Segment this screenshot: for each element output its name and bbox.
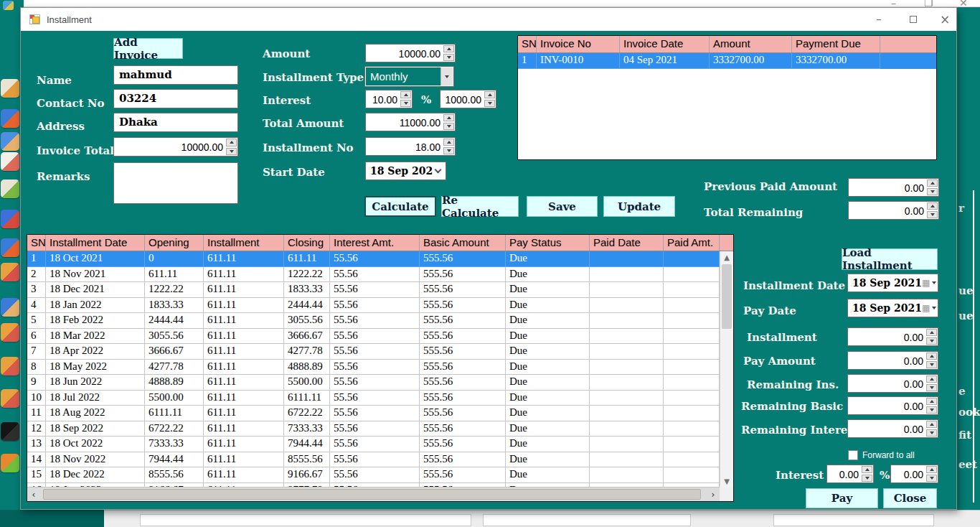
table-row[interactable]: 218 Nov 2021611.11611.111222.2255.56555.… (27, 267, 720, 283)
column-header[interactable]: Paid Amt. (664, 235, 720, 251)
shopping-bags-icon[interactable] (1, 238, 19, 257)
update-button[interactable]: Update (603, 196, 675, 217)
amount-input[interactable]: 10000.00 (365, 44, 456, 62)
spinner-buttons[interactable] (925, 465, 938, 482)
spin-up-icon[interactable] (443, 114, 454, 121)
table-row[interactable]: 718 Apr 20223666.67611.114277.7855.56555… (27, 344, 720, 360)
bag-hand-icon[interactable] (1, 298, 19, 317)
spin-down-icon[interactable] (443, 147, 454, 154)
delivery-truck-icon[interactable] (1, 323, 19, 342)
spin-down-icon[interactable] (443, 123, 454, 130)
contact-no-input[interactable]: 03224 (113, 89, 238, 108)
shopping-bag-icon[interactable] (1, 263, 19, 281)
installment-type-select[interactable]: Monthly (365, 67, 453, 86)
close-button[interactable]: Close (883, 488, 937, 508)
remaining-basic-input[interactable]: 0.00 (847, 396, 938, 415)
column-header[interactable]: SN (518, 36, 537, 52)
delivery-truck-icon[interactable] (1, 389, 19, 408)
spin-up-icon[interactable] (862, 466, 872, 473)
spinner-buttons[interactable] (861, 465, 873, 482)
spin-down-icon[interactable] (926, 429, 937, 437)
table-row[interactable]: 1318 Oct 20227333.33611.117944.4455.5655… (27, 437, 720, 452)
table-row[interactable]: 1INV-001004 Sep 20213332700.003332700.00 (518, 53, 936, 69)
scroll-down-icon[interactable]: ▼ (720, 475, 733, 487)
save-button[interactable]: Save (527, 196, 598, 217)
spin-down-icon[interactable] (400, 100, 411, 107)
spin-down-icon[interactable] (927, 188, 938, 195)
forward-to-all-checkbox[interactable] (848, 450, 858, 460)
spin-up-icon[interactable] (226, 139, 237, 146)
scrollbar-thumb[interactable] (722, 264, 732, 329)
scrollbar-thumb[interactable] (43, 489, 701, 500)
column-header[interactable]: Installment Date (46, 235, 145, 251)
spinner-buttons[interactable] (926, 202, 938, 219)
titlebar[interactable]: Installment – × (21, 8, 956, 31)
minimize-icon[interactable]: – (867, 11, 890, 27)
spinner-buttons[interactable] (443, 113, 455, 131)
scroll-right-icon[interactable]: › (707, 488, 720, 501)
table-row[interactable]: 1018 Jul 20225500.00611.116111.1155.5655… (27, 391, 720, 406)
pay-interest-amount-input[interactable]: 0.00 (890, 465, 938, 483)
table-row[interactable]: 318 Dec 20211222.22611.111833.3355.56555… (27, 282, 720, 298)
table-row[interactable]: 918 Jun 20224888.89611.115500.0055.56555… (27, 375, 720, 391)
table-row[interactable]: 1518 Dec 20228555.56611.119166.6755.5655… (27, 467, 720, 483)
table-row[interactable]: 518 Feb 20222444.44611.113055.5655.56555… (27, 313, 720, 329)
column-header[interactable]: Interest Amt. (330, 235, 420, 251)
chevron-down-icon[interactable] (440, 67, 453, 85)
shopping-bags-icon[interactable] (1, 109, 19, 128)
invoice-total-input[interactable]: 10000.00 (113, 137, 238, 157)
spinner-buttons[interactable] (443, 45, 455, 62)
interest-amount-input[interactable]: 1000.00 (440, 90, 496, 108)
spin-up-icon[interactable] (400, 91, 411, 98)
spin-down-icon[interactable] (443, 54, 454, 61)
database-icon[interactable] (1, 422, 19, 441)
spin-down-icon[interactable] (926, 361, 937, 368)
installment-input[interactable]: 0.00 (847, 327, 938, 346)
total-amount-input[interactable]: 11000.00 (365, 113, 456, 131)
spin-up-icon[interactable] (926, 376, 937, 383)
column-header[interactable]: SN (27, 235, 46, 251)
delivery-truck-icon[interactable] (1, 357, 19, 376)
scroll-left-icon[interactable]: ‹ (27, 488, 40, 501)
spin-up-icon[interactable] (927, 202, 938, 210)
name-input[interactable]: mahmud (113, 65, 238, 85)
spinner-buttons[interactable] (484, 90, 496, 108)
spin-up-icon[interactable] (927, 179, 938, 187)
spinner-buttons[interactable] (926, 179, 938, 196)
interest-rate-input[interactable]: 10.00 (365, 90, 413, 108)
table-row[interactable]: 1118 Aug 20226111.11611.116722.2255.5655… (27, 406, 720, 421)
column-header[interactable]: Pay Status (506, 235, 590, 251)
installment-no-input[interactable]: 18.00 (365, 137, 456, 156)
purchase-list-icon[interactable] (1, 79, 19, 98)
spin-up-icon[interactable] (443, 45, 454, 52)
spin-up-icon[interactable] (926, 421, 937, 428)
remaining-interest-input[interactable]: 0.00 (847, 419, 938, 438)
column-header[interactable]: Opening (145, 235, 204, 251)
spinner-buttons[interactable] (925, 397, 938, 414)
add-invoice-button[interactable]: Add Invoice (113, 38, 183, 59)
re-calculate-button[interactable]: Re Calculate (441, 196, 519, 217)
spin-down-icon[interactable] (926, 337, 937, 345)
load-installment-button[interactable]: Load Installment (842, 248, 938, 270)
spin-down-icon[interactable] (926, 475, 937, 482)
calculate-button[interactable]: Calculate (364, 196, 436, 217)
address-input[interactable]: Dhaka (113, 113, 238, 132)
pay-amount-input[interactable]: 0.00 (847, 351, 938, 370)
hand-payment-icon[interactable] (1, 132, 19, 151)
bg-minimize-icon[interactable]: – (891, 0, 896, 7)
column-header[interactable]: Amount (710, 36, 792, 52)
start-date-picker[interactable]: 18 Sep 202 (365, 162, 446, 180)
spin-up-icon[interactable] (443, 139, 454, 146)
table-row[interactable]: 1418 Nov 20227944.44611.118555.5655.5655… (27, 452, 720, 468)
spin-down-icon[interactable] (226, 148, 237, 156)
spin-down-icon[interactable] (926, 406, 937, 414)
spinner-buttons[interactable] (925, 420, 938, 437)
table-row[interactable]: 418 Jan 20221833.33611.112444.4455.56555… (27, 298, 720, 314)
pay-interest-rate-input[interactable]: 0.00 (826, 465, 874, 483)
scroll-up-icon[interactable]: ▲ (720, 251, 733, 263)
spin-down-icon[interactable] (926, 384, 937, 391)
order-list-icon[interactable] (1, 179, 19, 198)
spin-up-icon[interactable] (926, 466, 937, 473)
table-row[interactable]: 118 Oct 20210611.11611.1155.56555.56Due (27, 251, 720, 267)
vertical-scrollbar[interactable]: ▲ ▼ (720, 251, 733, 487)
